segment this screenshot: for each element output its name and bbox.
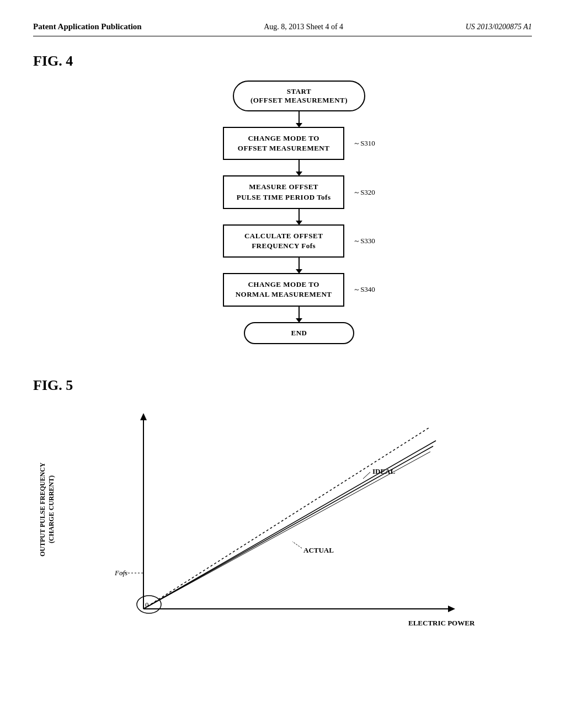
patent-number: US 2013/0200875 A1	[466, 23, 532, 31]
fig4-label: FIG. 4	[33, 53, 532, 69]
date-sheet: Aug. 8, 2013 Sheet 4 of 4	[264, 23, 343, 31]
arrow-4	[299, 258, 300, 273]
svg-line-12	[143, 441, 436, 609]
svg-line-13	[143, 452, 430, 609]
s320-row: MEASURE OFFSETPULSE TIME PERIOD Tofs ～S3…	[223, 175, 375, 208]
graph-container: OUTPUT PULSE FREQUENCY(CHARGE CURRENT) F…	[66, 405, 497, 653]
flow-s310: CHANGE MODE TOOFFSET MEASUREMENT ～S310	[223, 127, 375, 175]
s330-box: CALCULATE OFFSETFREQUENCY Fofs	[223, 224, 344, 258]
svg-line-8	[143, 427, 430, 609]
svg-line-11	[143, 446, 433, 609]
svg-marker-1	[140, 413, 147, 420]
publication-label: Patent Application Publication	[33, 22, 142, 31]
flow-s330: CALCULATE OFFSETFREQUENCY Fofs ～S330	[223, 224, 375, 273]
s340-row: CHANGE MODE TONORMAL MEASUREMENT ～S340	[223, 273, 375, 306]
svg-text:ACTUAL: ACTUAL	[303, 546, 334, 554]
fig5-section: FIG. 5 OUTPUT PULSE FREQUENCY(CHARGE CUR…	[33, 377, 532, 653]
s340-label: ～S340	[353, 285, 375, 295]
start-text: START(OFFSET MEASUREMENT)	[250, 87, 348, 105]
flow-s320: MEASURE OFFSETPULSE TIME PERIOD Tofs ～S3…	[223, 175, 375, 224]
graph-area: Fofs 0 IDEAL	[99, 410, 463, 631]
page: Patent Application Publication Aug. 8, 2…	[0, 0, 565, 728]
flow-start: START(OFFSET MEASUREMENT)	[233, 81, 365, 127]
s340-box: CHANGE MODE TONORMAL MEASUREMENT	[223, 273, 344, 306]
s320-label: ～S320	[353, 188, 375, 197]
s310-label: ～S310	[353, 138, 375, 148]
s310-row: CHANGE MODE TOOFFSET MEASUREMENT ～S310	[223, 127, 375, 160]
arrow-1	[299, 111, 300, 127]
flowchart: START(OFFSET MEASUREMENT) CHANGE MODE TO…	[66, 81, 532, 344]
svg-point-6	[137, 596, 161, 613]
s310-box: CHANGE MODE TOOFFSET MEASUREMENT	[223, 127, 344, 160]
svg-text:ELECTRIC POWER: ELECTRIC POWER	[408, 619, 475, 627]
fig5-label: FIG. 5	[33, 377, 532, 394]
end-oval: END	[244, 322, 354, 344]
s330-row: CALCULATE OFFSETFREQUENCY Fofs ～S330	[223, 224, 375, 258]
graph-svg: Fofs 0 IDEAL	[99, 410, 463, 631]
y-axis-label: OUTPUT PULSE FREQUENCY(CHARGE CURRENT)	[39, 405, 56, 614]
start-oval: START(OFFSET MEASUREMENT)	[233, 81, 365, 111]
arrow-5	[299, 307, 300, 322]
header: Patent Application Publication Aug. 8, 2…	[33, 22, 532, 36]
s330-label: ～S330	[353, 236, 375, 246]
svg-text:Fofs: Fofs	[114, 569, 127, 577]
s320-box: MEASURE OFFSETPULSE TIME PERIOD Tofs	[223, 175, 344, 208]
arrow-2	[299, 160, 300, 175]
arrow-3	[299, 209, 300, 224]
svg-marker-3	[448, 606, 455, 612]
svg-line-15	[292, 542, 302, 548]
end-text: END	[291, 329, 307, 338]
fig4-section: FIG. 4 START(OFFSET MEASUREMENT) CHANGE …	[33, 53, 532, 344]
svg-line-10	[363, 472, 370, 479]
flow-s340: CHANGE MODE TONORMAL MEASUREMENT ～S340	[223, 273, 375, 322]
y-axis-text: OUTPUT PULSE FREQUENCY(CHARGE CURRENT)	[39, 462, 56, 556]
